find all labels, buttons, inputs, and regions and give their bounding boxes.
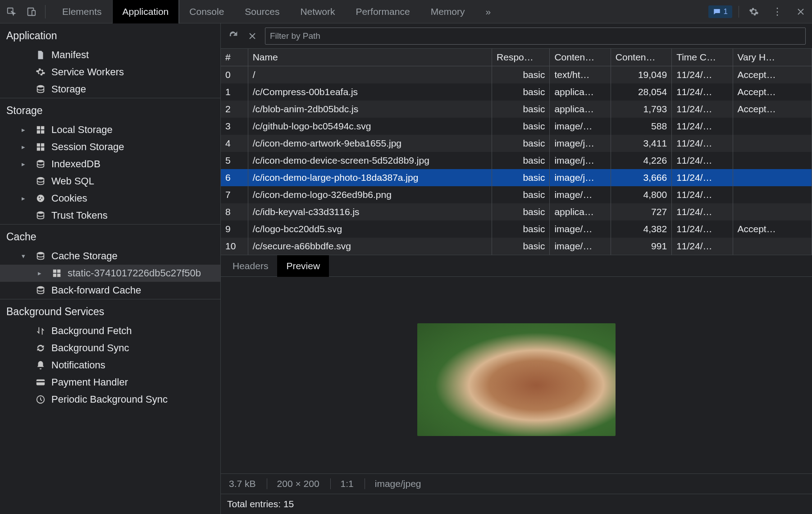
svg-point-15 [39, 197, 40, 198]
cell [733, 203, 812, 220]
cell: 727 [611, 203, 671, 220]
col-header[interactable]: # [221, 49, 248, 66]
gear-icon[interactable] [745, 3, 762, 20]
clear-icon[interactable] [246, 30, 259, 42]
sidebar-item-storage[interactable]: ·Storage [0, 81, 220, 98]
cell: 11/24/… [672, 238, 733, 255]
svg-rect-9 [41, 143, 44, 147]
sidebar-item-periodic-background-sync[interactable]: ·Periodic Background Sync [0, 391, 220, 408]
svg-rect-10 [37, 147, 40, 151]
table-row[interactable]: 6/c/icon-demo-large-photo-18da387a.jpgba… [221, 169, 812, 186]
sidebar-item-label: Manifest [51, 49, 89, 61]
sidebar-item-cookies[interactable]: ▸Cookies [0, 190, 220, 207]
sidebar-item-payment-handler[interactable]: ·Payment Handler [0, 374, 220, 391]
table-row[interactable]: 10/c/secure-a66bbdfe.svgbasicimage/…9911… [221, 238, 812, 255]
col-header[interactable]: Conten… [550, 49, 611, 66]
table-row[interactable]: 0/basictext/ht…19,04911/24/…Accept… [221, 66, 812, 84]
cell: text/ht… [550, 66, 611, 84]
cell: 4,382 [611, 220, 671, 238]
grid-icon [35, 142, 46, 152]
sidebar-item-service-workers[interactable]: ·Service Workers [0, 64, 220, 81]
gear-icon [35, 67, 46, 78]
cell: 4,226 [611, 152, 671, 169]
svg-point-16 [41, 197, 42, 199]
refresh-icon[interactable] [227, 30, 240, 42]
preview-image [417, 323, 616, 436]
detail-tab-headers[interactable]: Headers [224, 255, 277, 277]
tab-console[interactable]: Console [179, 0, 234, 23]
table-row[interactable]: 5/c/icon-demo-device-screen-5d52d8b9.jpg… [221, 152, 812, 169]
detail-tab-preview[interactable]: Preview [277, 255, 329, 277]
table-row[interactable]: 9/c/logo-bcc20dd5.svgbasicimage/…4,38211… [221, 220, 812, 238]
device-toggle-icon[interactable] [23, 3, 40, 20]
sidebar-item-local-storage[interactable]: ▸Local Storage [0, 121, 220, 138]
tab-sources[interactable]: Sources [234, 0, 290, 23]
cell [733, 169, 812, 186]
table-row[interactable]: 7/c/icon-demo-logo-326ed9b6.pngbasicimag… [221, 186, 812, 203]
tab-memory[interactable]: Memory [420, 0, 475, 23]
cell: 7 [221, 186, 248, 203]
close-icon[interactable] [792, 3, 809, 20]
cell: Accept… [733, 101, 812, 118]
chevron-icon: ▸ [22, 126, 28, 134]
svg-point-3 [37, 85, 44, 88]
cell: basic [492, 101, 550, 118]
sidebar-item-label: Payment Handler [51, 376, 128, 388]
sidebar-item-background-fetch[interactable]: ·Background Fetch [0, 322, 220, 340]
sidebar-item-label: Storage [51, 83, 86, 95]
table-row[interactable]: 4/c/icon-demo-artwork-9eba1655.jpgbasici… [221, 135, 812, 152]
svg-point-12 [37, 160, 44, 163]
inspect-icon[interactable] [3, 3, 20, 20]
table-row[interactable]: 8/c/idb-keyval-c33d3116.jsbasicapplica…7… [221, 203, 812, 220]
col-header[interactable]: Vary H… [733, 49, 812, 66]
col-header[interactable]: Conten… [611, 49, 671, 66]
cell: basic [492, 169, 550, 186]
cell: image/… [550, 118, 611, 135]
sidebar-item-cache-storage[interactable]: ▾Cache Storage [0, 248, 220, 265]
tab-network[interactable]: Network [290, 0, 345, 23]
tabs-overflow[interactable]: » [475, 0, 501, 23]
table-row[interactable]: 1/c/Compress-00b1eafa.jsbasicapplica…28,… [221, 83, 812, 101]
preview-size: 3.7 kB [229, 478, 256, 489]
application-sidebar: Application ·Manifest·Service Workers·St… [0, 23, 221, 514]
kebab-menu-icon[interactable]: ⋮ [769, 3, 786, 20]
cell: 8 [221, 203, 248, 220]
cell [733, 152, 812, 169]
sidebar-item-notifications[interactable]: ·Notifications [0, 357, 220, 374]
cache-toolbar [221, 23, 812, 49]
cell: /c/idb-keyval-c33d3116.js [248, 203, 492, 220]
svg-point-13 [37, 177, 44, 180]
sidebar-item-web-sql[interactable]: ▸Web SQL [0, 173, 220, 190]
cell: /c/Compress-00b1eafa.js [248, 83, 492, 101]
cell: 6 [221, 169, 248, 186]
tab-performance[interactable]: Performance [345, 0, 420, 23]
tab-application[interactable]: Application [112, 0, 179, 23]
cell: 0 [221, 66, 248, 84]
col-header[interactable]: Time C… [672, 49, 733, 66]
cell: 11/24/… [672, 83, 733, 101]
sidebar-item-label: Background Sync [51, 342, 129, 354]
cell: /c/icon-demo-device-screen-5d52d8b9.jpg [248, 152, 492, 169]
table-row[interactable]: 2/c/blob-anim-2db05bdc.jsbasicapplica…1,… [221, 101, 812, 118]
sidebar-item-back-forward-cache[interactable]: ▸Back-forward Cache [0, 282, 220, 299]
col-header[interactable]: Name [248, 49, 492, 66]
table-row[interactable]: 3/c/github-logo-bc05494c.svgbasicimage/…… [221, 118, 812, 135]
messages-badge[interactable]: 1 [708, 5, 732, 18]
cell: 588 [611, 118, 671, 135]
col-header[interactable]: Respo… [492, 49, 550, 66]
sidebar-item-session-storage[interactable]: ▸Session Storage [0, 138, 220, 156]
sidebar-item-manifest[interactable]: ·Manifest [0, 46, 220, 64]
sidebar-item-label: static-3741017226db5c27f50b [68, 267, 201, 279]
sidebar-item-indexeddb[interactable]: ▸IndexedDB [0, 156, 220, 173]
sidebar-item-static-3741017226db5c27f50b[interactable]: ▸static-3741017226db5c27f50b [0, 265, 220, 282]
cell: 11/24/… [672, 101, 733, 118]
tab-elements[interactable]: Elements [52, 0, 112, 23]
sidebar-item-trust-tokens[interactable]: ▸Trust Tokens [0, 207, 220, 224]
cell: 4 [221, 135, 248, 152]
sidebar-item-background-sync[interactable]: ·Background Sync [0, 340, 220, 357]
svg-rect-2 [32, 10, 35, 15]
db-icon [35, 285, 46, 296]
cell: 4,800 [611, 186, 671, 203]
filter-input[interactable] [265, 28, 806, 45]
cell: image/j… [550, 169, 611, 186]
